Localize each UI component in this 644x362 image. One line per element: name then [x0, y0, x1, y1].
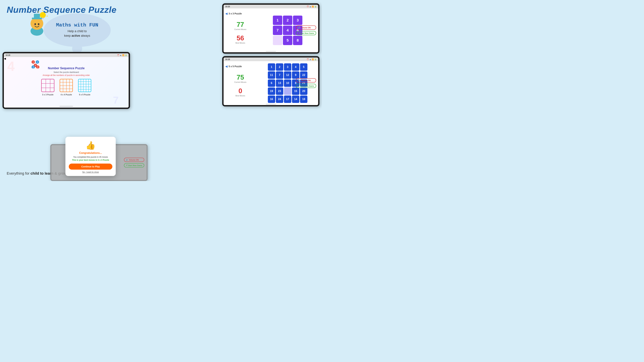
tile-2[interactable]: 2 [283, 15, 292, 25]
congrats-best-text: This is your best moves in 3 x 3 Puzzle [69, 159, 112, 161]
home-bar [60, 106, 73, 107]
t5-11[interactable]: 11 [268, 71, 275, 79]
tile-1[interactable]: 1 [273, 15, 282, 25]
alarm-icon-5x5: ⏰ [307, 58, 309, 60]
t5-15[interactable]: 15 [292, 87, 299, 95]
svg-text:4: 4 [33, 66, 34, 68]
back-btn-5x5[interactable]: ◀ [225, 64, 228, 68]
puzzle-label-4x4: 4 x 4 Puzzle [60, 93, 72, 96]
t5-6[interactable]: 6 [268, 79, 275, 87]
alarm-icon-3x3: ⏰ [307, 6, 309, 7]
home-bar-5x5 [266, 104, 276, 104]
current-moves-label-5x5: Current Moves [234, 81, 246, 83]
t5-4[interactable]: 4 [292, 63, 299, 71]
new-game-btn-5x5[interactable]: ↺ Start New Game [296, 84, 316, 88]
svg-text:5: 5 [37, 66, 38, 68]
tile-4[interactable]: 4 [283, 26, 292, 35]
congrats-modal: 👍 Congratulations... You completed this … [66, 137, 116, 176]
t5-16[interactable]: 16 [268, 95, 275, 103]
t5-2[interactable]: 2 [276, 63, 283, 71]
status-bar-selection: 10:20 ⏰ ▲ 📶 🔋 [4, 53, 129, 57]
tablet-3x3: 10:25 ⏰ ▲ 📶 🔋 ◀ 3 x 3 Puzzle 77 Current … [222, 3, 320, 54]
svg-rect-14 [34, 14, 40, 18]
t5-10[interactable]: 10 [284, 79, 291, 87]
t5-18[interactable]: 18 [300, 95, 308, 103]
svg-rect-41 [78, 79, 91, 92]
t5-23[interactable]: 23 [276, 87, 283, 95]
volume-icon-3x3: 🔊 [298, 26, 300, 29]
t5-1[interactable]: 1 [268, 63, 275, 71]
battery-5x5: 🔋 [314, 58, 316, 60]
bubble-title: Maths with FUN [56, 22, 98, 28]
t5-24[interactable]: 24 [276, 95, 283, 103]
speech-bubble: Maths with FUN Help a child to keep acti… [44, 13, 111, 47]
sequence-icon: 1 2 3 4 5 [31, 60, 44, 69]
status-bar-3x3: 10:25 ⏰ ▲ 📶 🔋 [224, 5, 318, 8]
svg-text:1: 1 [33, 61, 34, 63]
clock-icon: ⏰ [117, 54, 119, 56]
puzzle-title-3x3: ◀ 3 x 3 Puzzle [225, 12, 242, 15]
puzzle-option-3x3[interactable]: 3 x 3 Puzzle [41, 79, 54, 96]
puzzle-title-5x5: ◀ 5 x 5 Puzzle [225, 64, 242, 68]
t5-3[interactable]: 3 [284, 63, 291, 71]
back-button-selection[interactable]: ◀ [4, 57, 6, 60]
volume-btn-3x3[interactable]: 🔊 Volume ON [296, 25, 316, 30]
svg-text:3: 3 [35, 64, 36, 66]
home-bar-3x3 [266, 51, 276, 52]
selection-subtitle: Select the puzzle dashboard [7, 71, 125, 73]
t5-17[interactable]: 17 [284, 95, 291, 103]
time-selection: 10:20 [6, 54, 10, 56]
puzzle-option-5x5[interactable]: 5 x 5 Puzzle [78, 79, 92, 96]
puzzle-options: 3 x 3 Puzzle 4 x 4 Puzzl [7, 79, 125, 96]
signal-5x5: 📶 [312, 58, 314, 60]
bg-volume-btn[interactable]: 🔊 Volume ON [124, 158, 144, 162]
svg-point-5 [39, 24, 41, 26]
t5-12[interactable]: 12 [284, 71, 291, 79]
current-moves-label-3x3: Current Moves [234, 28, 246, 30]
puzzle-option-4x4[interactable]: 4 x 4 Puzzle [60, 79, 73, 96]
t5-empty[interactable] [284, 87, 291, 95]
bg-new-game-btn[interactable]: ↺ Start New Game [124, 163, 144, 167]
svg-line-9 [46, 11, 47, 12]
new-game-btn-3x3[interactable]: ↺ Start New Game [296, 31, 316, 35]
battery-icon: 🔋 [125, 54, 127, 56]
signal-icon: 📶 [122, 54, 124, 56]
t5-20[interactable]: 20 [300, 87, 308, 95]
current-moves-3x3: 77 [234, 21, 246, 28]
congrats-title: Congratulations... [69, 151, 112, 155]
svg-rect-34 [60, 79, 72, 92]
puzzle-label-3x3: 3 x 3 Puzzle [42, 93, 53, 96]
svg-text:2: 2 [37, 61, 38, 63]
back-btn-3x3[interactable]: ◀ [225, 12, 228, 15]
bubble-subtitle: Help a child to keep active always [64, 29, 90, 38]
selection-title: Number Sequence Puzzle [7, 66, 125, 70]
volume-btn-5x5[interactable]: 🔊 Volume ON [296, 78, 316, 82]
best-moves-label-3x3: Best Moves [236, 42, 245, 44]
tile-5[interactable]: 5 [283, 36, 292, 45]
volume-icon: 🔊 [126, 159, 128, 161]
tagline-normal: Everything for [7, 171, 30, 175]
wifi-3x3: ▲ [310, 6, 311, 7]
svg-point-6 [40, 12, 46, 18]
refresh-icon-3x3: ↺ [298, 32, 299, 34]
best-moves-5x5: 0 [236, 87, 245, 95]
t5-9[interactable]: 9 [292, 71, 299, 79]
svg-rect-13 [32, 17, 42, 19]
t5-14[interactable]: 14 [292, 95, 299, 103]
battery-3x3: 🔋 [314, 6, 316, 7]
tile-empty-3x3[interactable] [273, 36, 282, 45]
close-modal-link[interactable]: No, I want to close [69, 171, 112, 173]
tablet-selection: 10:20 ⏰ ▲ 📶 🔋 4 7 ◀ 1 2 [2, 52, 130, 109]
t5-19[interactable]: 19 [268, 87, 275, 95]
t5-7[interactable]: 7 [276, 71, 283, 79]
continue-to-play-button[interactable]: Continue to Play [69, 164, 112, 170]
t5-13[interactable]: 13 [276, 79, 283, 87]
t5-22[interactable]: 22 [300, 71, 308, 79]
tile-3[interactable]: 3 [293, 15, 302, 25]
svg-rect-7 [42, 17, 44, 19]
current-moves-5x5: 75 [234, 73, 246, 81]
tile-8[interactable]: 8 [293, 36, 302, 45]
tile-7[interactable]: 7 [273, 26, 282, 35]
t5-5[interactable]: 5 [300, 63, 308, 71]
svg-line-11 [38, 11, 39, 12]
